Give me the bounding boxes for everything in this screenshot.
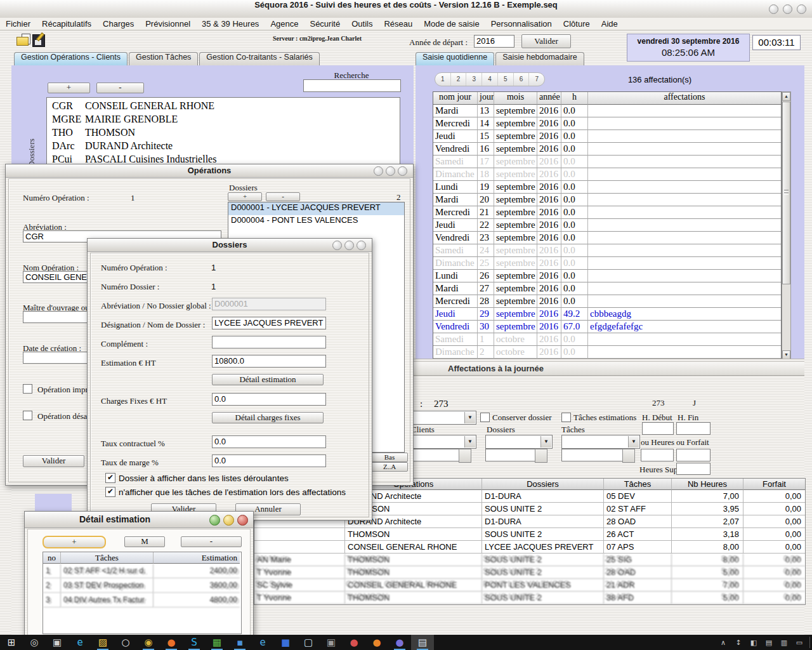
column-header[interactable]: Forfait xyxy=(743,479,805,490)
day-row[interactable]: Mercredi 21 septembre 2016 0.0 xyxy=(433,206,781,219)
menu-item[interactable]: Réseau xyxy=(378,18,418,30)
taches-combo[interactable]: ▼ xyxy=(561,435,640,449)
chevron-down-icon[interactable]: ▼ xyxy=(464,436,475,448)
day-row[interactable]: Samedi 17 septembre 2016 0.0 xyxy=(433,156,781,168)
bas-button[interactable]: Bas xyxy=(371,453,408,462)
tray-keyboard-icon[interactable]: ▤ xyxy=(761,639,776,647)
window-maximize-icon[interactable] xyxy=(223,515,234,526)
estimation-input[interactable]: 10800.0 xyxy=(212,355,326,368)
detail-remove-button[interactable]: - xyxy=(181,536,242,547)
chrome-icon[interactable]: ◉ xyxy=(137,635,160,650)
assignment-row[interactable]: THOMSON SOUS UNITE 2 26 ACT 3,18 0,00 xyxy=(254,528,805,541)
pager-day-button[interactable]: 5 xyxy=(498,73,514,86)
column-header[interactable]: h xyxy=(561,92,588,105)
tray-chevron-icon[interactable]: ∧ xyxy=(716,639,731,647)
search-input[interactable] xyxy=(303,79,401,92)
add-client-button[interactable]: + xyxy=(48,83,90,93)
day-row[interactable]: Mardi 27 septembre 2016 0.0 xyxy=(433,282,781,295)
day-row[interactable]: Jeudi 29 septembre 2016 49.2 cbbbeagdg xyxy=(433,308,781,321)
clients-combo[interactable]: ▼ xyxy=(409,435,476,449)
menu-item[interactable]: Aide xyxy=(596,18,624,30)
detail-add-button[interactable]: + xyxy=(43,536,106,548)
tab[interactable]: Gestion Opérations - Clients xyxy=(14,52,128,65)
menu-item[interactable]: Agence xyxy=(265,18,304,30)
operation-imprimable-checkbox[interactable] xyxy=(23,384,32,394)
file-explorer-icon[interactable]: ▨ xyxy=(91,635,114,650)
app-red-icon[interactable]: ● xyxy=(343,635,365,650)
client-list-item[interactable]: DArcDURAND Architecte xyxy=(47,140,400,154)
menu-item[interactable]: Prévisionnel xyxy=(140,18,196,30)
mail-icon[interactable]: ▢ xyxy=(297,635,320,650)
day-row[interactable]: Dimanche 2 octobre 2016 0.0 xyxy=(433,346,781,359)
heures-sup-input[interactable] xyxy=(676,463,710,475)
pager-day-button[interactable]: 3 xyxy=(466,73,482,86)
dossiers-input[interactable] xyxy=(485,449,537,461)
tray-notification-icon[interactable]: ▭ xyxy=(792,639,807,647)
assignment-row[interactable]: CONSEIL GENERAL RHONE LYCEE JACQUES PREV… xyxy=(254,541,805,554)
operations-valider-button[interactable]: Valider xyxy=(23,455,84,467)
dossier-list-item[interactable]: D000001 - LYCEE JACQUES PREVERT xyxy=(228,202,404,215)
column-header[interactable]: no xyxy=(43,552,61,564)
window-button-icon[interactable] xyxy=(332,241,342,250)
client-list-item[interactable]: MGREMAIRIE GRENOBLE xyxy=(47,114,400,127)
clients-input[interactable] xyxy=(409,449,461,461)
day-row[interactable]: Lundi 26 septembre 2016 0.0 xyxy=(433,270,781,282)
edge-icon[interactable]: e xyxy=(69,635,91,650)
start-year-input[interactable]: 2016 xyxy=(474,35,514,48)
dossiers-lookup-button[interactable] xyxy=(535,449,547,463)
za-sort-button[interactable]: Z..A xyxy=(371,462,408,472)
scrollbar-thumb[interactable] xyxy=(782,102,790,284)
app-orange-icon[interactable]: ● xyxy=(365,635,388,650)
detail-estimation-button[interactable]: Détail estimation xyxy=(212,374,324,385)
day-row[interactable]: Vendredi 30 septembre 2016 67.0 efgdgefa… xyxy=(433,321,781,333)
day-row[interactable]: Samedi 24 septembre 2016 0.0 xyxy=(433,244,781,257)
menu-item[interactable]: Clôture xyxy=(558,18,596,30)
menu-item[interactable]: Récapitulatifs xyxy=(36,18,97,30)
start-icon[interactable]: ⊞ xyxy=(0,635,23,650)
dossier-list-item[interactable]: D000004 - PONT LES VALENCES xyxy=(228,215,404,228)
window-minimize-icon[interactable] xyxy=(209,515,220,526)
window-maximize-icon[interactable] xyxy=(783,4,792,14)
menu-item[interactable]: Sécurité xyxy=(304,18,346,30)
tray-language-icon[interactable]: ▥ xyxy=(776,639,792,647)
column-header[interactable]: Estimation xyxy=(154,552,240,564)
pager-day-button[interactable]: 6 xyxy=(514,73,530,86)
show-desktop-divider[interactable] xyxy=(809,637,810,648)
salarie-combo[interactable]: ▼ xyxy=(409,411,476,425)
day-row[interactable]: Jeudi 22 septembre 2016 0.0 xyxy=(433,219,781,232)
save-file-icon[interactable] xyxy=(32,33,46,47)
pager-day-button[interactable]: 4 xyxy=(482,73,498,86)
column-header[interactable]: Tâches xyxy=(61,552,154,564)
client-list-item[interactable]: THOTHOMSON xyxy=(47,127,400,140)
app-blue-icon[interactable]: ▪ xyxy=(228,635,251,650)
assignment-row[interactable]: SC Sylvie CONSEIL GENERAL RHONE PONT LES… xyxy=(254,579,805,592)
validate-year-button[interactable]: Valider xyxy=(521,34,571,48)
scroll-up-icon[interactable]: ▲ xyxy=(782,92,790,101)
estimation-row[interactable]: 3 04 DIV Autres Tx Factur 4800,00 xyxy=(43,593,241,607)
remove-dossier-button[interactable]: - xyxy=(266,192,300,201)
day-row[interactable]: Mardi 13 septembre 2016 0.0 xyxy=(433,105,781,117)
chevron-down-icon[interactable]: ▼ xyxy=(628,436,639,448)
menu-item[interactable]: Fichier xyxy=(0,18,36,30)
column-header[interactable]: nom jour xyxy=(433,92,478,105)
taches-estimation-checkbox[interactable] xyxy=(105,487,115,497)
tray-volume-icon[interactable]: ◧ xyxy=(746,639,761,647)
window-button-icon[interactable] xyxy=(398,166,407,176)
column-header[interactable]: mois xyxy=(494,92,537,105)
app-blue-square-icon[interactable]: ■ xyxy=(274,635,297,650)
skype-icon[interactable]: S xyxy=(183,635,206,650)
day-row[interactable]: Vendredi 23 septembre 2016 0.0 xyxy=(433,232,781,244)
window-button-icon[interactable] xyxy=(344,241,354,250)
window-close-icon[interactable] xyxy=(237,515,248,526)
clients-lookup-button[interactable] xyxy=(459,449,471,463)
chevron-down-icon[interactable]: ▼ xyxy=(540,436,551,448)
app-green-icon[interactable]: ▦ xyxy=(206,635,228,650)
sequora-icon[interactable]: ▤ xyxy=(411,635,434,650)
search-icon[interactable]: ○ xyxy=(114,635,137,650)
h-fin-input[interactable] xyxy=(676,422,710,435)
window-button-icon[interactable] xyxy=(386,166,395,176)
taches-input[interactable] xyxy=(561,449,625,461)
menu-item[interactable]: Charges xyxy=(97,18,140,30)
window-button-icon[interactable] xyxy=(374,166,383,176)
column-header[interactable]: Dossiers xyxy=(482,479,604,490)
